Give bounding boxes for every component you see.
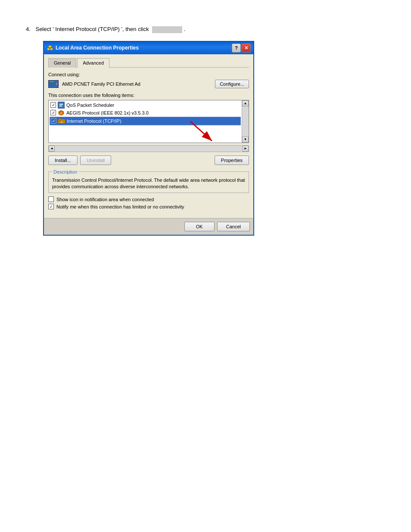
title-bar-left: Local Area Connection Properties — [47, 44, 139, 51]
svg-rect-11 — [59, 104, 63, 105]
list-content: ✓ QoS Packet Scheduler — [49, 100, 249, 126]
install-button[interactable]: Install... — [48, 156, 78, 165]
step-number: 4. — [26, 26, 31, 32]
network-items-list[interactable]: ✓ QoS Packet Scheduler — [48, 100, 249, 143]
cancel-button[interactable]: Cancel — [217, 222, 250, 231]
notify-label: Notify me when this connection has limit… — [56, 204, 184, 209]
list-arrow-container: ✓ QoS Packet Scheduler — [48, 100, 249, 143]
close-button[interactable]: ✕ — [242, 44, 251, 53]
svg-rect-16 — [59, 118, 61, 120]
step-period: . — [184, 26, 186, 32]
description-text: Transmission Control Protocol/Internet P… — [52, 177, 245, 190]
adapter-row: AMD PCNET Family PCI Ethernet Ad Configu… — [48, 80, 249, 88]
action-buttons-row: Install... Uninstall Properties — [48, 156, 249, 165]
svg-rect-10 — [59, 103, 64, 108]
items-label: This connection uses the following items… — [48, 93, 249, 98]
notify-checkbox[interactable]: ✓ — [48, 204, 54, 209]
description-fieldset: Description Transmission Control Protoco… — [48, 169, 249, 193]
connect-using-label: Connect using: — [48, 72, 249, 77]
description-legend: Description — [52, 169, 78, 174]
svg-rect-18 — [61, 121, 62, 123]
adapter-icon — [48, 80, 59, 88]
step-highlight-box — [152, 26, 182, 33]
title-bar-controls: ? ✕ — [232, 44, 251, 53]
adapter-name: AMD PCNET Family PCI Ethernet Ad — [62, 81, 212, 87]
scroll-up-btn[interactable]: ▲ — [242, 100, 249, 106]
scroll-down-btn[interactable]: ▼ — [242, 137, 249, 143]
svg-rect-7 — [50, 81, 51, 82]
qos-checkbox[interactable]: ✓ — [50, 102, 56, 108]
aegis-icon: A — [58, 109, 65, 116]
title-bar: Local Area Connection Properties ? ✕ — [44, 42, 253, 54]
list-item-qos[interactable]: ✓ QoS Packet Scheduler — [50, 101, 241, 109]
tcpip-icon — [58, 118, 65, 124]
notify-row: ✓ Notify me when this connection has lim… — [48, 204, 249, 209]
dialog-footer: OK Cancel — [44, 218, 253, 235]
qos-icon — [58, 102, 65, 109]
hscroll-track — [55, 146, 243, 152]
hscroll-left-btn[interactable]: ◄ — [49, 146, 55, 152]
dialog-title: Local Area Connection Properties — [56, 45, 139, 51]
step-text-middle: ', then click — [121, 26, 149, 32]
uninstall-button[interactable]: Uninstall — [80, 156, 111, 165]
qos-label: QoS Packet Scheduler — [66, 103, 114, 108]
step-text-before: Select ' — [35, 26, 53, 32]
list-item-aegis[interactable]: ✓ A AEGIS Protocol (IEEE 802.1x) v3.5.3.… — [50, 109, 241, 117]
svg-rect-9 — [56, 83, 57, 85]
checkbox-section: Show icon in notification area when conn… — [48, 196, 249, 209]
svg-rect-8 — [52, 81, 53, 82]
tab-advanced[interactable]: Advanced — [77, 58, 109, 68]
scroll-track — [242, 106, 249, 137]
aegis-checkbox[interactable]: ✓ — [50, 110, 56, 115]
show-icon-label: Show icon in notification area when conn… — [56, 197, 154, 202]
svg-rect-0 — [47, 48, 50, 50]
tcpip-checkbox[interactable]: ✓ — [51, 118, 56, 124]
list-vertical-scrollbar[interactable]: ▲ ▼ — [242, 100, 249, 143]
dialog-body: General Advanced Connect using: AMD PCNE… — [44, 54, 253, 218]
configure-button[interactable]: Configure... — [215, 80, 249, 88]
horizontal-scrollbar[interactable]: ◄ ► — [48, 145, 249, 152]
svg-rect-2 — [49, 46, 51, 47]
svg-rect-12 — [59, 106, 62, 106]
tcpip-label: Internet Protocol (TCP/IP) — [67, 118, 121, 124]
hscroll-right-btn[interactable]: ► — [243, 146, 249, 152]
show-icon-checkbox[interactable] — [48, 196, 54, 202]
properties-button[interactable]: Properties — [215, 156, 249, 165]
network-icon — [47, 44, 53, 51]
dialog-wrapper: Local Area Connection Properties ? ✕ Gen… — [43, 41, 254, 236]
help-button[interactable]: ? — [232, 44, 241, 53]
show-icon-row: Show icon in notification area when conn… — [48, 196, 249, 202]
list-item-tcpip[interactable]: ✓ Internet Protocol (TCP/IP) — [50, 117, 241, 125]
ok-button[interactable]: OK — [184, 222, 215, 231]
tabs: General Advanced — [48, 58, 249, 68]
step-item-name: Internet Protocol (TCP/IP) — [55, 26, 120, 32]
svg-text:A: A — [60, 112, 62, 115]
step-4: 4. Select ' Internet Protocol (TCP/IP) '… — [26, 26, 394, 33]
aegis-label: AEGIS Protocol (IEEE 802.1x) v3.5.3.0 — [66, 110, 149, 115]
svg-rect-1 — [50, 48, 53, 50]
local-area-connection-dialog: Local Area Connection Properties ? ✕ Gen… — [43, 41, 254, 236]
tab-general[interactable]: General — [48, 58, 76, 68]
